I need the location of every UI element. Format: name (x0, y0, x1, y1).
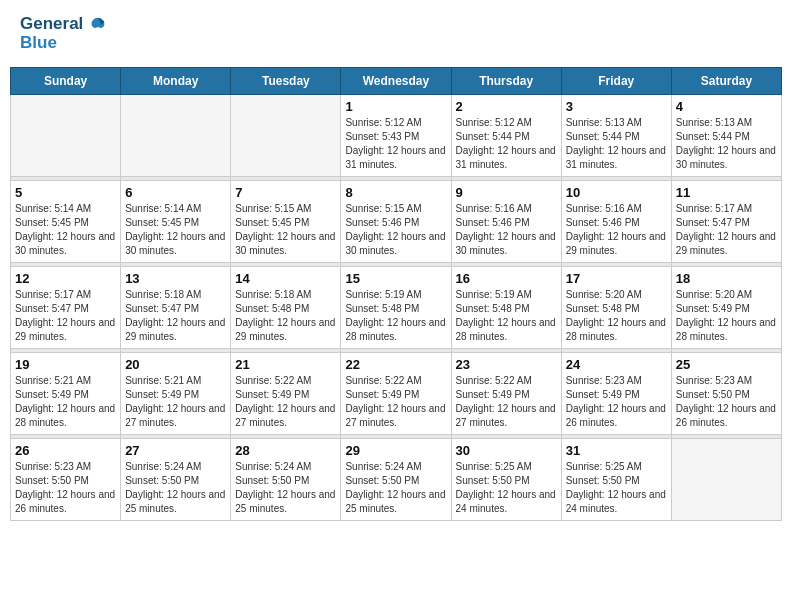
day-number: 10 (566, 185, 667, 200)
calendar-cell: 15Sunrise: 5:19 AMSunset: 5:48 PMDayligh… (341, 267, 451, 349)
calendar-cell: 13Sunrise: 5:18 AMSunset: 5:47 PMDayligh… (121, 267, 231, 349)
day-number: 19 (15, 357, 116, 372)
day-number: 30 (456, 443, 557, 458)
calendar-week-5: 26Sunrise: 5:23 AMSunset: 5:50 PMDayligh… (11, 439, 782, 521)
day-info: Sunrise: 5:24 AMSunset: 5:50 PMDaylight:… (125, 460, 226, 516)
calendar-week-3: 12Sunrise: 5:17 AMSunset: 5:47 PMDayligh… (11, 267, 782, 349)
calendar-cell: 31Sunrise: 5:25 AMSunset: 5:50 PMDayligh… (561, 439, 671, 521)
page-header: General Blue (10, 10, 782, 57)
calendar-cell: 5Sunrise: 5:14 AMSunset: 5:45 PMDaylight… (11, 181, 121, 263)
dow-wednesday: Wednesday (341, 68, 451, 95)
day-number: 27 (125, 443, 226, 458)
calendar-cell: 23Sunrise: 5:22 AMSunset: 5:49 PMDayligh… (451, 353, 561, 435)
day-number: 3 (566, 99, 667, 114)
calendar-cell: 14Sunrise: 5:18 AMSunset: 5:48 PMDayligh… (231, 267, 341, 349)
logo-blue: Blue (20, 34, 108, 53)
calendar-cell: 7Sunrise: 5:15 AMSunset: 5:45 PMDaylight… (231, 181, 341, 263)
day-number: 26 (15, 443, 116, 458)
day-number: 2 (456, 99, 557, 114)
day-number: 29 (345, 443, 446, 458)
calendar-cell: 24Sunrise: 5:23 AMSunset: 5:49 PMDayligh… (561, 353, 671, 435)
day-info: Sunrise: 5:12 AMSunset: 5:44 PMDaylight:… (456, 116, 557, 172)
day-number: 6 (125, 185, 226, 200)
day-info: Sunrise: 5:24 AMSunset: 5:50 PMDaylight:… (235, 460, 336, 516)
day-info: Sunrise: 5:18 AMSunset: 5:47 PMDaylight:… (125, 288, 226, 344)
day-number: 20 (125, 357, 226, 372)
calendar-cell (121, 95, 231, 177)
day-info: Sunrise: 5:19 AMSunset: 5:48 PMDaylight:… (456, 288, 557, 344)
calendar-cell: 26Sunrise: 5:23 AMSunset: 5:50 PMDayligh… (11, 439, 121, 521)
dow-friday: Friday (561, 68, 671, 95)
day-info: Sunrise: 5:20 AMSunset: 5:49 PMDaylight:… (676, 288, 777, 344)
calendar-cell: 21Sunrise: 5:22 AMSunset: 5:49 PMDayligh… (231, 353, 341, 435)
day-of-week-header-row: SundayMondayTuesdayWednesdayThursdayFrid… (11, 68, 782, 95)
day-info: Sunrise: 5:25 AMSunset: 5:50 PMDaylight:… (566, 460, 667, 516)
day-info: Sunrise: 5:17 AMSunset: 5:47 PMDaylight:… (676, 202, 777, 258)
calendar-cell: 17Sunrise: 5:20 AMSunset: 5:48 PMDayligh… (561, 267, 671, 349)
calendar-cell: 30Sunrise: 5:25 AMSunset: 5:50 PMDayligh… (451, 439, 561, 521)
day-info: Sunrise: 5:23 AMSunset: 5:50 PMDaylight:… (15, 460, 116, 516)
calendar-cell: 16Sunrise: 5:19 AMSunset: 5:48 PMDayligh… (451, 267, 561, 349)
day-info: Sunrise: 5:24 AMSunset: 5:50 PMDaylight:… (345, 460, 446, 516)
dow-thursday: Thursday (451, 68, 561, 95)
day-info: Sunrise: 5:16 AMSunset: 5:46 PMDaylight:… (456, 202, 557, 258)
day-number: 18 (676, 271, 777, 286)
calendar-cell: 3Sunrise: 5:13 AMSunset: 5:44 PMDaylight… (561, 95, 671, 177)
calendar-cell: 12Sunrise: 5:17 AMSunset: 5:47 PMDayligh… (11, 267, 121, 349)
day-info: Sunrise: 5:15 AMSunset: 5:46 PMDaylight:… (345, 202, 446, 258)
calendar-cell: 2Sunrise: 5:12 AMSunset: 5:44 PMDaylight… (451, 95, 561, 177)
day-info: Sunrise: 5:13 AMSunset: 5:44 PMDaylight:… (566, 116, 667, 172)
day-number: 21 (235, 357, 336, 372)
day-info: Sunrise: 5:23 AMSunset: 5:50 PMDaylight:… (676, 374, 777, 430)
calendar-cell: 9Sunrise: 5:16 AMSunset: 5:46 PMDaylight… (451, 181, 561, 263)
calendar-cell (231, 95, 341, 177)
calendar-cell: 10Sunrise: 5:16 AMSunset: 5:46 PMDayligh… (561, 181, 671, 263)
day-info: Sunrise: 5:14 AMSunset: 5:45 PMDaylight:… (125, 202, 226, 258)
calendar-cell: 29Sunrise: 5:24 AMSunset: 5:50 PMDayligh… (341, 439, 451, 521)
day-info: Sunrise: 5:22 AMSunset: 5:49 PMDaylight:… (456, 374, 557, 430)
calendar-table: SundayMondayTuesdayWednesdayThursdayFrid… (10, 67, 782, 521)
day-number: 8 (345, 185, 446, 200)
calendar-cell: 22Sunrise: 5:22 AMSunset: 5:49 PMDayligh… (341, 353, 451, 435)
day-info: Sunrise: 5:14 AMSunset: 5:45 PMDaylight:… (15, 202, 116, 258)
logo-bird-icon (89, 16, 107, 34)
day-number: 28 (235, 443, 336, 458)
dow-tuesday: Tuesday (231, 68, 341, 95)
day-number: 5 (15, 185, 116, 200)
day-info: Sunrise: 5:22 AMSunset: 5:49 PMDaylight:… (235, 374, 336, 430)
day-number: 9 (456, 185, 557, 200)
day-number: 1 (345, 99, 446, 114)
day-number: 11 (676, 185, 777, 200)
dow-saturday: Saturday (671, 68, 781, 95)
calendar-cell: 19Sunrise: 5:21 AMSunset: 5:49 PMDayligh… (11, 353, 121, 435)
dow-sunday: Sunday (11, 68, 121, 95)
day-number: 23 (456, 357, 557, 372)
calendar-week-2: 5Sunrise: 5:14 AMSunset: 5:45 PMDaylight… (11, 181, 782, 263)
dow-monday: Monday (121, 68, 231, 95)
day-number: 7 (235, 185, 336, 200)
day-info: Sunrise: 5:17 AMSunset: 5:47 PMDaylight:… (15, 288, 116, 344)
calendar-cell: 20Sunrise: 5:21 AMSunset: 5:49 PMDayligh… (121, 353, 231, 435)
calendar-week-4: 19Sunrise: 5:21 AMSunset: 5:49 PMDayligh… (11, 353, 782, 435)
calendar-cell: 11Sunrise: 5:17 AMSunset: 5:47 PMDayligh… (671, 181, 781, 263)
calendar-cell: 28Sunrise: 5:24 AMSunset: 5:50 PMDayligh… (231, 439, 341, 521)
calendar-cell: 6Sunrise: 5:14 AMSunset: 5:45 PMDaylight… (121, 181, 231, 263)
day-number: 13 (125, 271, 226, 286)
day-info: Sunrise: 5:19 AMSunset: 5:48 PMDaylight:… (345, 288, 446, 344)
calendar-cell: 27Sunrise: 5:24 AMSunset: 5:50 PMDayligh… (121, 439, 231, 521)
day-info: Sunrise: 5:12 AMSunset: 5:43 PMDaylight:… (345, 116, 446, 172)
day-number: 25 (676, 357, 777, 372)
day-info: Sunrise: 5:13 AMSunset: 5:44 PMDaylight:… (676, 116, 777, 172)
day-number: 16 (456, 271, 557, 286)
day-info: Sunrise: 5:25 AMSunset: 5:50 PMDaylight:… (456, 460, 557, 516)
calendar-cell: 25Sunrise: 5:23 AMSunset: 5:50 PMDayligh… (671, 353, 781, 435)
logo: General Blue (20, 15, 108, 52)
day-info: Sunrise: 5:18 AMSunset: 5:48 PMDaylight:… (235, 288, 336, 344)
day-info: Sunrise: 5:15 AMSunset: 5:45 PMDaylight:… (235, 202, 336, 258)
day-number: 15 (345, 271, 446, 286)
calendar-cell (671, 439, 781, 521)
day-info: Sunrise: 5:16 AMSunset: 5:46 PMDaylight:… (566, 202, 667, 258)
calendar-week-1: 1Sunrise: 5:12 AMSunset: 5:43 PMDaylight… (11, 95, 782, 177)
day-info: Sunrise: 5:21 AMSunset: 5:49 PMDaylight:… (125, 374, 226, 430)
day-info: Sunrise: 5:20 AMSunset: 5:48 PMDaylight:… (566, 288, 667, 344)
